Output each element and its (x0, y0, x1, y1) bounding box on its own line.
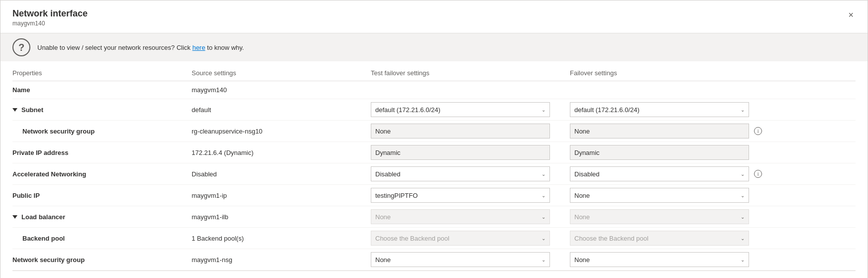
property-cell: Load balancer (12, 213, 192, 221)
failover-dropdown-disabled: Choose the Backend pool⌄ (570, 231, 749, 246)
failover-input: Dynamic (570, 145, 749, 160)
test-cell: None (371, 124, 570, 139)
chevron-down-icon: ⌄ (741, 193, 745, 198)
chevron-down-icon: ⌄ (741, 236, 745, 241)
table-row: Subnet default default (172.21.6.0/24)⌄ … (12, 99, 856, 121)
info-banner: ? Unable to view / select your network r… (0, 33, 868, 61)
test-input-disabled: None (371, 124, 550, 139)
col-test-failover: Test failover settings (371, 69, 570, 77)
table-section: Properties Source settings Test failover… (0, 61, 868, 271)
table-row: Network security group maygvm1-nsg None⌄… (12, 249, 856, 271)
prop-label: Load balancer (21, 213, 65, 221)
failover-cell: None⌄ (570, 188, 769, 203)
dropdown-text: Choose the Backend pool (375, 235, 540, 242)
input-value: None (375, 128, 391, 135)
chevron-down-icon: ⌄ (741, 107, 745, 113)
prop-label: Accelerated Networking (12, 170, 86, 178)
property-cell: Network security group (12, 128, 192, 135)
info-icon[interactable]: i (754, 127, 762, 135)
test-dropdown[interactable]: testingPIPTFO⌄ (371, 188, 550, 203)
banner-text: Unable to view / select your network res… (37, 44, 244, 51)
failover-cell: None⌄ (570, 209, 769, 224)
test-cell: Dynamic (371, 145, 570, 160)
banner-text-before: Unable to view / select your network res… (37, 44, 192, 51)
triangle-down-icon (12, 215, 17, 219)
failover-input-disabled: None (570, 124, 749, 139)
property-cell: Backend pool (12, 235, 192, 242)
failover-cell: default (172.21.6.0/24)⌄ (570, 102, 769, 117)
test-input: Dynamic (371, 145, 550, 160)
dropdown-text: testingPIPTFO (375, 192, 540, 199)
chevron-down-icon: ⌄ (542, 107, 545, 113)
chevron-down-icon: ⌄ (542, 171, 545, 177)
failover-dropdown[interactable]: None⌄ (570, 252, 749, 267)
title-block: Network interface maygvm140 (12, 8, 88, 27)
col-properties: Properties (12, 69, 192, 77)
chevron-down-icon: ⌄ (542, 236, 545, 241)
source-cell: maygvm140 (192, 86, 371, 94)
dropdown-text: default (172.21.6.0/24) (574, 106, 739, 114)
source-value: maygvm1-ilb (192, 213, 228, 221)
source-cell: maygvm1-nsg (192, 256, 371, 264)
source-value: maygvm1-nsg (192, 256, 232, 264)
table-row: Accelerated Networking Disabled Disabled… (12, 163, 856, 185)
dialog-title: Network interface (12, 8, 88, 19)
test-dropdown-disabled: None⌄ (371, 209, 550, 224)
source-cell: maygvm1-ilb (192, 213, 371, 221)
chevron-down-icon: ⌄ (542, 214, 545, 220)
table-row: Public IP maygvm1-ip testingPIPTFO⌄ None… (12, 185, 856, 206)
property-cell: Accelerated Networking (12, 170, 192, 178)
prop-label: Subnet (21, 106, 43, 114)
chevron-down-icon: ⌄ (542, 257, 545, 263)
prop-label: Network security group (12, 256, 85, 264)
test-cell: testingPIPTFO⌄ (371, 188, 570, 203)
property-cell: Public IP (12, 192, 192, 199)
test-dropdown[interactable]: Disabled⌄ (371, 166, 550, 181)
test-cell: None⌄ (371, 252, 570, 267)
table-row: Load balancer maygvm1-ilb None⌄ None⌄ (12, 206, 856, 228)
test-cell: Choose the Backend pool⌄ (371, 231, 570, 246)
failover-dropdown[interactable]: default (172.21.6.0/24)⌄ (570, 102, 749, 117)
info-icon[interactable]: i (754, 170, 762, 178)
input-value: Dynamic (574, 149, 600, 156)
close-button[interactable]: × (846, 8, 856, 21)
test-dropdown[interactable]: default (172.21.6.0/24)⌄ (371, 102, 550, 117)
failover-dropdown[interactable]: None⌄ (570, 188, 749, 203)
test-cell: Disabled⌄ (371, 166, 570, 181)
source-value: Disabled (192, 170, 217, 178)
prop-label: Private IP address (12, 149, 69, 156)
dropdown-text: None (574, 192, 739, 199)
source-cell: 1 Backend pool(s) (192, 235, 371, 242)
question-icon: ? (12, 38, 30, 56)
prop-label: Backend pool (22, 235, 65, 242)
banner-link[interactable]: here (192, 44, 205, 51)
dropdown-text: Disabled (574, 170, 739, 178)
prop-label: Name (12, 86, 30, 94)
source-value: rg-cleanupservice-nsg10 (192, 128, 262, 135)
dialog-subtitle: maygvm140 (12, 20, 88, 27)
test-dropdown-disabled: Choose the Backend pool⌄ (371, 231, 550, 246)
source-cell: 172.21.6.4 (Dynamic) (192, 149, 371, 156)
table-row: Network security group rg-cleanupservice… (12, 121, 856, 142)
test-cell: default (172.21.6.0/24)⌄ (371, 102, 570, 117)
banner-text-after: to know why. (205, 44, 244, 51)
network-interface-dialog: Network interface maygvm140 × ? Unable t… (0, 0, 868, 278)
dropdown-text: None (574, 213, 739, 221)
dropdown-text: Disabled (375, 170, 540, 178)
table-row: Backend pool 1 Backend pool(s) Choose th… (12, 228, 856, 249)
failover-cell: Disabled⌄i (570, 166, 769, 181)
source-value: 172.21.6.4 (Dynamic) (192, 149, 253, 156)
failover-cell: Nonei (570, 124, 769, 139)
separator (12, 271, 856, 271)
property-cell: Network security group (12, 256, 192, 264)
table-header: Properties Source settings Test failover… (12, 69, 856, 81)
failover-dropdown[interactable]: Disabled⌄ (570, 166, 749, 181)
test-dropdown[interactable]: None⌄ (371, 252, 550, 267)
col-failover: Failover settings (570, 69, 769, 77)
failover-cell: None⌄ (570, 252, 769, 267)
property-cell: Name (12, 86, 192, 94)
chevron-down-icon: ⌄ (741, 257, 745, 263)
test-cell: None⌄ (371, 209, 570, 224)
input-value: None (574, 128, 590, 135)
dropdown-text: None (375, 256, 540, 264)
